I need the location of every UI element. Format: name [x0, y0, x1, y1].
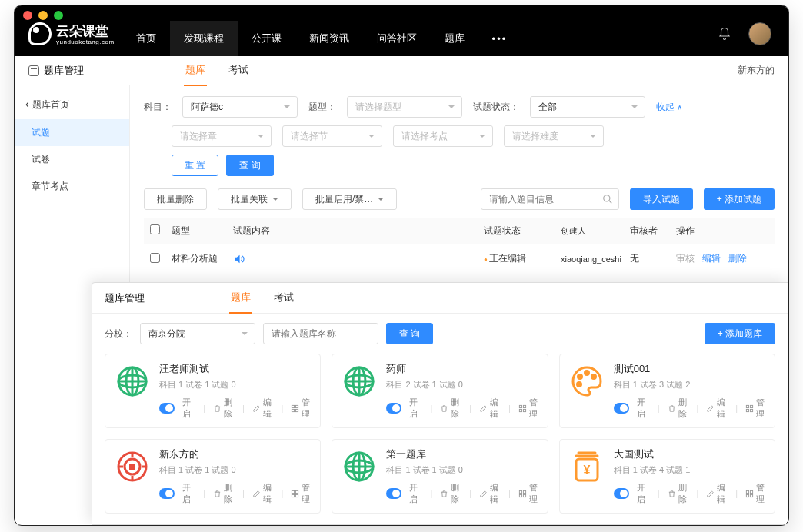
- card-delete[interactable]: 删除: [213, 397, 235, 420]
- trash-icon: [213, 404, 222, 413]
- svg-rect-33: [519, 490, 521, 493]
- trash-icon: [440, 490, 448, 498]
- close-window[interactable]: [23, 11, 32, 20]
- secondary-window: 题库管理 题库 考试 分校： 南京分院 查 询 + 添加题库 汪老师测试 科目 …: [92, 282, 788, 525]
- sidebar-item-papers[interactable]: 试卷: [15, 146, 129, 173]
- card-manage[interactable]: 管理: [518, 482, 540, 505]
- search-icon[interactable]: [602, 194, 613, 204]
- w2-tab-exam[interactable]: 考试: [272, 283, 295, 314]
- status-select[interactable]: 全部: [530, 96, 645, 118]
- section-select[interactable]: 请选择节: [282, 125, 382, 147]
- add-bank-button[interactable]: + 添加题库: [705, 323, 775, 344]
- op-edit[interactable]: 编辑: [702, 252, 721, 265]
- bank-card[interactable]: 测试001 科目 1 试卷 3 试题 2 开启 | 删除 | 编辑 | 管理: [559, 354, 775, 428]
- query-button[interactable]: 查 询: [226, 155, 273, 176]
- tab-exam[interactable]: 考试: [227, 55, 250, 86]
- secondary-bar: 题库管理 题库 考试 新东方的: [15, 56, 788, 85]
- point-select[interactable]: 请选择考点: [393, 125, 493, 147]
- tab-bank[interactable]: 题库: [184, 55, 207, 86]
- branch-label: 分校：: [105, 328, 132, 341]
- search-input[interactable]: [481, 188, 619, 210]
- card-title: 大国测试: [614, 447, 767, 461]
- card-edit[interactable]: 编辑: [252, 482, 274, 505]
- card-manage[interactable]: 管理: [518, 397, 540, 420]
- status-label: 试题状态：: [473, 101, 519, 114]
- th-content: 试题内容: [233, 224, 484, 238]
- nav-more[interactable]: •••: [478, 21, 521, 56]
- w2-search-input[interactable]: [263, 323, 378, 344]
- sidebar-back[interactable]: 题库首页: [15, 90, 129, 119]
- bank-card[interactable]: ¥ 大国测试 科目 1 试卷 4 试题 1 开启 | 删除 | 编辑 | 管理: [559, 439, 775, 514]
- card-manage[interactable]: 管理: [291, 482, 312, 505]
- subject-select[interactable]: 阿萨德c: [182, 96, 298, 118]
- select-all-checkbox[interactable]: [150, 224, 160, 234]
- bank-card[interactable]: 第一题库 科目 1 试卷 1 试题 0 开启 | 删除 | 编辑 | 管理: [332, 439, 548, 514]
- nav-open-class[interactable]: 公开课: [238, 21, 295, 56]
- card-delete[interactable]: 删除: [440, 482, 461, 505]
- chapter-select[interactable]: 请选择章: [172, 125, 272, 147]
- top-nav: 云朵课堂 yunduoketang.com 首页 发现课程 公开课 新闻资讯 问…: [15, 5, 788, 56]
- add-question-button[interactable]: + 添加试题: [704, 188, 775, 210]
- branch-select[interactable]: 南京分院: [140, 323, 255, 344]
- card-manage[interactable]: 管理: [745, 397, 767, 420]
- svg-rect-41: [747, 494, 749, 497]
- audio-icon[interactable]: [233, 254, 484, 264]
- card-edit[interactable]: 编辑: [706, 482, 728, 505]
- w2-tab-bank[interactable]: 题库: [229, 283, 252, 314]
- edit-icon: [479, 404, 488, 413]
- card-grid: 汪老师测试 科目 1 试卷 1 试题 0 开启 | 删除 | 编辑 | 管理 药…: [92, 354, 788, 524]
- toggle-label: 开启: [182, 397, 195, 420]
- sidebar-item-points[interactable]: 章节考点: [15, 173, 129, 200]
- card-edit[interactable]: 编辑: [252, 397, 274, 420]
- card-delete[interactable]: 删除: [440, 397, 461, 420]
- bulk-delete-button[interactable]: 批量删除: [144, 188, 207, 210]
- bulk-relate-button[interactable]: 批量关联: [218, 188, 292, 210]
- card-manage[interactable]: 管理: [745, 482, 767, 505]
- nav-links: 首页 发现课程 公开课 新闻资讯 问答社区 题库 •••: [122, 21, 521, 56]
- bell-icon[interactable]: [718, 27, 731, 41]
- grid-icon: [291, 404, 299, 413]
- nav-bank[interactable]: 题库: [431, 21, 478, 56]
- card-delete[interactable]: 删除: [213, 482, 235, 505]
- difficulty-select[interactable]: 请选择难度: [504, 125, 604, 147]
- toggle-open[interactable]: [386, 488, 402, 499]
- bank-card[interactable]: 新东方的 科目 1 试卷 1 试题 0 开启 | 删除 | 编辑 | 管理: [105, 439, 321, 514]
- nav-discover[interactable]: 发现课程: [170, 21, 238, 56]
- minimize-window[interactable]: [38, 11, 48, 20]
- avatar[interactable]: [748, 22, 771, 45]
- nav-qa[interactable]: 问答社区: [363, 21, 431, 56]
- toggle-label: 开启: [409, 482, 422, 505]
- toggle-open[interactable]: [159, 403, 175, 414]
- card-edit[interactable]: 编辑: [706, 397, 728, 420]
- row-checkbox[interactable]: [150, 253, 160, 263]
- svg-rect-12: [523, 405, 525, 407]
- svg-rect-22: [751, 409, 753, 411]
- sidebar-item-questions[interactable]: 试题: [15, 119, 129, 146]
- logo[interactable]: 云朵课堂 yunduoketang.com: [28, 22, 122, 56]
- reset-button[interactable]: 重 置: [172, 155, 218, 176]
- w2-query-button[interactable]: 查 询: [386, 323, 433, 344]
- maximize-window[interactable]: [54, 11, 63, 20]
- bank-card[interactable]: 药师 科目 2 试卷 1 试题 0 开启 | 删除 | 编辑 | 管理: [332, 354, 548, 428]
- toggle-open[interactable]: [386, 403, 402, 414]
- card-manage[interactable]: 管理: [291, 397, 312, 420]
- svg-rect-20: [751, 405, 753, 407]
- import-button[interactable]: 导入试题: [630, 188, 693, 210]
- toggle-open[interactable]: [614, 488, 629, 499]
- nav-home[interactable]: 首页: [122, 21, 170, 56]
- op-delete[interactable]: 删除: [728, 252, 747, 265]
- bulk-enable-button[interactable]: 批量启用/禁…: [302, 188, 397, 210]
- svg-point-18: [577, 383, 581, 387]
- card-delete[interactable]: 删除: [668, 482, 689, 505]
- nav-news[interactable]: 新闻资讯: [295, 21, 363, 56]
- card-edit[interactable]: 编辑: [479, 482, 501, 505]
- card-edit[interactable]: 编辑: [479, 397, 501, 420]
- toggle-open[interactable]: [159, 488, 175, 499]
- card-delete[interactable]: 删除: [668, 397, 689, 420]
- toggle-open[interactable]: [614, 403, 629, 414]
- bank-card[interactable]: 汪老师测试 科目 1 试卷 1 试题 0 开启 | 删除 | 编辑 | 管理: [105, 354, 321, 428]
- op-review[interactable]: 审核: [676, 252, 695, 265]
- collapse-link[interactable]: 收起: [656, 101, 682, 114]
- type-select[interactable]: 请选择题型: [347, 96, 462, 118]
- cell-status: 正在编辑: [484, 252, 561, 265]
